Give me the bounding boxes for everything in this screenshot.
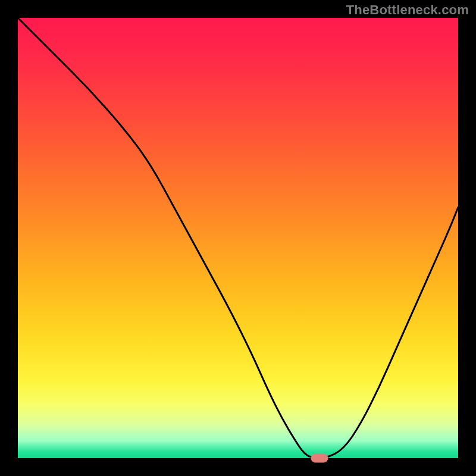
bottleneck-chart bbox=[0, 0, 476, 476]
chart-frame: TheBottleneck.com bbox=[0, 0, 476, 476]
optimum-marker bbox=[311, 454, 328, 462]
